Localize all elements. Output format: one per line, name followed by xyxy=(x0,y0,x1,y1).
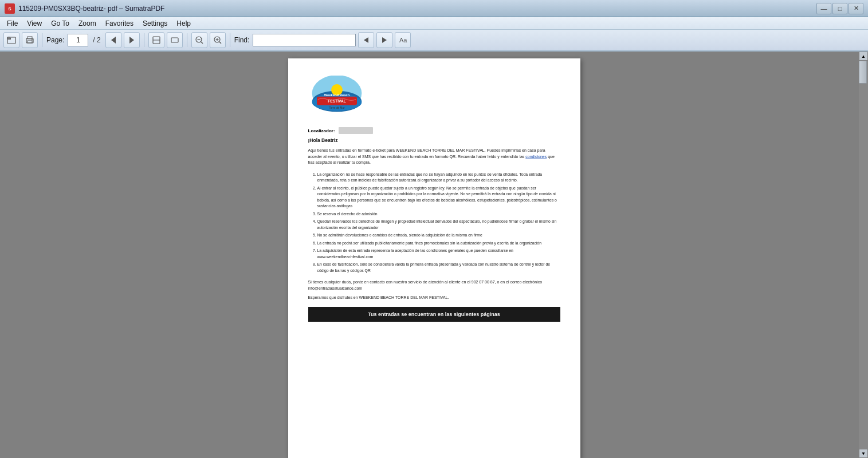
close-button[interactable]: ✕ xyxy=(849,3,863,14)
menu-settings[interactable]: Settings xyxy=(138,18,172,29)
svg-text:Weekend Beach: Weekend Beach xyxy=(324,93,349,97)
separator-3 xyxy=(187,33,187,47)
svg-rect-2 xyxy=(7,37,15,44)
condition-1: La organización no se hace responsable d… xyxy=(317,172,560,184)
next-page-button[interactable] xyxy=(124,32,140,48)
menu-zoom[interactable]: Zoom xyxy=(74,18,101,29)
condition-6: La entrada no podrá ser utilizada public… xyxy=(317,240,560,247)
localizador-value xyxy=(339,127,373,134)
find-input[interactable] xyxy=(253,34,356,46)
vertical-scrollbar[interactable]: ▲ ▼ xyxy=(859,52,868,458)
separator-2 xyxy=(144,33,144,47)
localizador-row: Localizador: xyxy=(308,127,560,134)
svg-rect-13 xyxy=(171,38,178,42)
greeting-text: ¡Hola Beatriz xyxy=(308,137,560,143)
zoom-out-button[interactable] xyxy=(191,32,207,48)
contact-text: Si tienes cualquier duda, ponte en conta… xyxy=(308,279,560,291)
svg-text:S: S xyxy=(8,6,11,11)
fit-width-button[interactable] xyxy=(167,32,183,48)
conditions-list: La organización no se hace responsable d… xyxy=(308,172,560,274)
condition-2: Al entrar al recinto, el público puede q… xyxy=(317,185,560,210)
scroll-track[interactable] xyxy=(859,61,868,449)
menu-help[interactable]: Help xyxy=(172,18,195,29)
svg-rect-4 xyxy=(7,37,10,39)
menu-favorites[interactable]: Favorites xyxy=(101,18,138,29)
zoom-in-button[interactable] xyxy=(210,32,226,48)
condition-3: Se reserva el derecho de admisión xyxy=(317,211,560,218)
print-button[interactable] xyxy=(22,32,38,48)
open-file-button[interactable] xyxy=(3,32,19,48)
fit-page-button[interactable] xyxy=(148,32,164,48)
condition-8: En caso de falsificación, solo se consid… xyxy=(317,262,560,274)
page-label: Page: xyxy=(46,36,64,44)
svg-marker-22 xyxy=(382,37,387,43)
svg-text:Torre del Mar: Torre del Mar xyxy=(329,106,344,109)
condition-7: La adquisición de esta entrada represent… xyxy=(317,248,560,260)
pdf-page: FESTIVAL Weekend Beach Torre del Mar Loc… xyxy=(288,58,580,458)
localizador-label: Localizador: xyxy=(308,128,335,133)
weekend-beach-logo: FESTIVAL Weekend Beach Torre del Mar xyxy=(308,76,366,116)
svg-point-8 xyxy=(32,40,33,41)
minimize-button[interactable]: — xyxy=(816,3,831,14)
svg-marker-9 xyxy=(111,37,116,44)
svg-line-20 xyxy=(219,42,221,44)
main-content-area: FESTIVAL Weekend Beach Torre del Mar Loc… xyxy=(0,52,868,458)
separator-4 xyxy=(230,33,230,47)
title-bar: S 115209-PM0SX3BQ-beatriz- pdf – Sumatra… xyxy=(0,0,868,17)
window-title: 115209-PM0SX3BQ-beatriz- pdf – SumatraPD… xyxy=(18,5,816,13)
svg-marker-21 xyxy=(364,37,368,43)
page-total: / 2 xyxy=(93,36,100,44)
menu-goto[interactable]: Go To xyxy=(46,18,74,29)
window-controls: — □ ✕ xyxy=(816,3,863,14)
conditions-link[interactable]: condiciones xyxy=(525,155,547,159)
page-number-input[interactable] xyxy=(68,34,88,46)
toolbar: Page: / 2 Find: xyxy=(0,30,868,52)
svg-line-16 xyxy=(201,42,203,44)
separator-1 xyxy=(42,33,42,47)
condition-5: No se admitirán devoluciones o cambios d… xyxy=(317,232,560,239)
find-label: Find: xyxy=(234,36,250,44)
condition-4: Quedan reservados los derechos de imagen… xyxy=(317,219,560,231)
svg-text:Aa: Aa xyxy=(399,37,407,44)
logo-area: FESTIVAL Weekend Beach Torre del Mar xyxy=(308,76,560,118)
menu-bar: File View Go To Zoom Favorites Settings … xyxy=(0,17,868,30)
maximize-button[interactable]: □ xyxy=(832,3,847,14)
menu-view[interactable]: View xyxy=(22,18,46,29)
intro-text: Aquí tienes tus entradas en formato e-ti… xyxy=(308,148,560,166)
tickets-banner: Tus entradas se encuentran en las siguie… xyxy=(308,307,560,322)
scroll-thumb[interactable] xyxy=(859,61,867,84)
prev-page-button[interactable] xyxy=(105,32,121,48)
find-options-button[interactable]: Aa xyxy=(395,32,411,48)
svg-marker-10 xyxy=(129,37,134,44)
esperamos-text: Esperamos que disfrutes en WEEKEND BEACH… xyxy=(308,295,560,301)
find-prev-button[interactable] xyxy=(358,32,374,48)
app-icon: S xyxy=(5,3,15,14)
find-next-button[interactable] xyxy=(376,32,392,48)
scroll-down-button[interactable]: ▼ xyxy=(859,449,868,458)
scroll-up-button[interactable]: ▲ xyxy=(859,52,868,61)
menu-file[interactable]: File xyxy=(2,18,22,29)
